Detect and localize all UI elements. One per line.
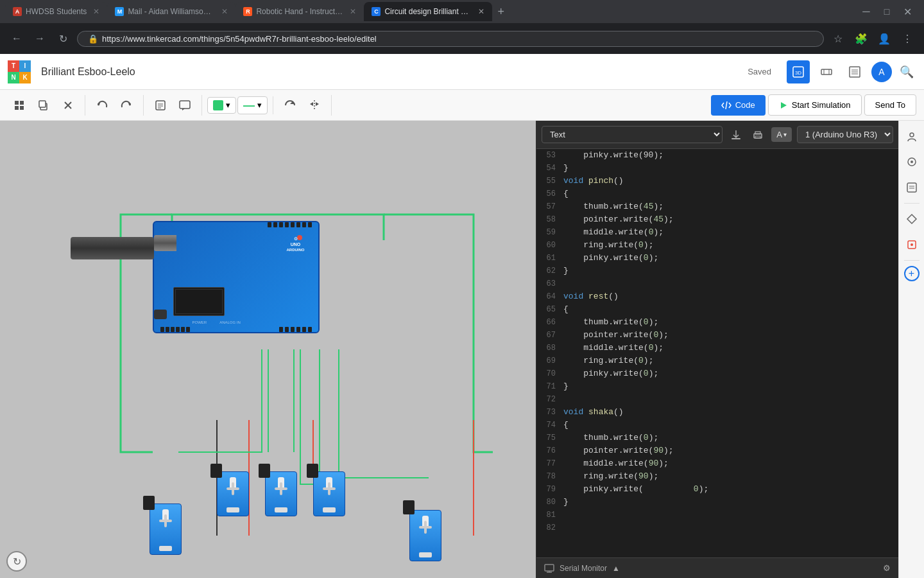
code-panel-toolbar: Text A ▾ 1 (Arduino Uno R3): [536, 121, 898, 149]
right-panel-btn-5[interactable]: [902, 234, 922, 255]
notes-button[interactable]: [149, 95, 172, 116]
component-select[interactable]: 1 (Arduino Uno R3): [797, 126, 893, 143]
tab-title-4: Circuit design Brilliant Esboo-Le...: [384, 7, 472, 16]
tab-favicon-1: A: [13, 7, 22, 16]
comment-button[interactable]: [173, 95, 196, 116]
address-bar[interactable]: 🔒 https://www.tinkercad.com/things/5n54p…: [77, 31, 824, 47]
schematic-view-button[interactable]: [815, 60, 838, 83]
code-line-63: 63: [536, 277, 898, 290]
rotate-canvas-button[interactable]: ↻: [6, 551, 27, 572]
right-panel-btn-4[interactable]: [902, 209, 922, 229]
tab-mail[interactable]: M Mail - Aidan Williamson - Outlo... ✕: [107, 2, 235, 21]
copy-button[interactable]: [32, 95, 55, 116]
new-tab-button[interactable]: +: [492, 5, 509, 19]
font-size-button[interactable]: A ▾: [771, 127, 792, 142]
add-component-button[interactable]: [8, 95, 31, 116]
code-editor: 53 pinky.write(90); 54 } 55 void pinch()…: [536, 149, 898, 557]
add-component-sidebar-button[interactable]: +: [904, 266, 920, 281]
svg-rect-14: [39, 101, 46, 107]
tab-instructables[interactable]: R Robotic Hand - Instructables ✕: [235, 2, 364, 21]
code-line-82: 82: [536, 521, 898, 534]
tab-close-2[interactable]: ✕: [221, 7, 228, 16]
code-line-64: 64 void rest(): [536, 290, 898, 303]
extensions-button[interactable]: 🧩: [852, 30, 870, 48]
serial-monitor-label: Serial Monitor: [560, 564, 607, 573]
redo-button[interactable]: [115, 95, 138, 116]
serial-settings-button[interactable]: ⚙: [883, 563, 891, 573]
servo-3: [313, 471, 345, 516]
circuit-wrapper: ⊙UNOARDUINO: [24, 163, 512, 536]
close-window-button[interactable]: ✕: [898, 3, 916, 21]
svg-text:3D: 3D: [795, 70, 801, 76]
svg-rect-10: [20, 101, 24, 105]
user-avatar[interactable]: A: [871, 62, 892, 82]
code-line-79: 79 pinky.write( 0);: [536, 483, 898, 496]
logo-i: I: [19, 60, 31, 72]
svg-rect-34: [755, 136, 760, 138]
download-button[interactable]: [728, 127, 744, 143]
logo-n: N: [8, 72, 19, 83]
code-line-53: 53 pinky.write(90);: [536, 149, 898, 162]
code-line-55: 55 void pinch(): [536, 175, 898, 188]
tab-title-2: Mail - Aidan Williamson - Outlo...: [128, 7, 215, 16]
print-button[interactable]: [749, 127, 766, 143]
browser-controls: ← → ↻ 🔒 https://www.tinkercad.com/things…: [0, 23, 924, 54]
tab-tinkercad[interactable]: C Circuit design Brilliant Esboo-Le... ✕: [364, 2, 492, 21]
servo-5: [409, 510, 441, 561]
code-line-81: 81: [536, 509, 898, 521]
svg-rect-9: [15, 101, 19, 105]
reload-button[interactable]: ↻: [54, 30, 72, 48]
right-panel-btn-2[interactable]: [902, 152, 922, 172]
tinkercad-logo[interactable]: T I N K: [8, 60, 31, 83]
code-line-54: 54 }: [536, 162, 898, 175]
canvas-area: ⊙UNOARDUINO: [0, 121, 536, 578]
bom-view-button[interactable]: [843, 60, 866, 83]
svg-point-40: [911, 161, 913, 163]
tab-close-1[interactable]: ✕: [93, 7, 99, 16]
svg-marker-24: [182, 109, 185, 110]
right-panel-btn-3[interactable]: [902, 177, 922, 198]
profile-button[interactable]: 👤: [875, 30, 893, 48]
code-line-71: 71 }: [536, 380, 898, 393]
code-line-74: 74 {: [536, 419, 898, 432]
back-button[interactable]: ←: [8, 30, 26, 48]
star-button[interactable]: ☆: [829, 30, 847, 48]
serial-monitor-toggle[interactable]: ▲: [612, 564, 620, 573]
start-simulation-button[interactable]: Start Simulation: [768, 94, 862, 116]
lock-icon: 🔒: [88, 34, 98, 44]
menu-button[interactable]: ⋮: [898, 30, 916, 48]
delete-button[interactable]: [56, 95, 80, 116]
undo-button[interactable]: [90, 95, 114, 116]
rotate-button[interactable]: [278, 95, 302, 116]
mirror-button[interactable]: [303, 95, 326, 116]
forward-button[interactable]: →: [31, 30, 49, 48]
logo-t: T: [8, 60, 19, 72]
maximize-button[interactable]: □: [878, 3, 896, 21]
view-select[interactable]: Text: [542, 126, 723, 143]
tab-bar: A HWDSB Students ✕ M Mail - Aidan Willia…: [0, 0, 924, 23]
svg-point-45: [911, 243, 913, 246]
chevron-down-icon-line: ▾: [257, 100, 262, 110]
svg-line-29: [726, 101, 727, 109]
svg-rect-2: [821, 69, 832, 74]
right-panel: +: [898, 121, 924, 578]
3d-view-button[interactable]: 3D: [787, 60, 810, 83]
tab-close-4[interactable]: ✕: [478, 7, 484, 16]
arduino-board: ⊙UNOARDUINO: [153, 221, 320, 333]
send-to-button[interactable]: Send To: [864, 94, 916, 116]
minimize-button[interactable]: ─: [857, 3, 875, 21]
serial-monitor-bar: Serial Monitor ▲ ⚙: [536, 557, 898, 578]
address-text: https://www.tinkercad.com/things/5n54pwd…: [102, 34, 377, 44]
tab-close-3[interactable]: ✕: [350, 7, 356, 16]
line-style-button[interactable]: — ▾: [237, 96, 268, 114]
tab-hwdsb[interactable]: A HWDSB Students ✕: [5, 2, 107, 21]
servo-2: [265, 471, 297, 516]
browser-chrome: A HWDSB Students ✕ M Mail - Aidan Willia…: [0, 0, 924, 54]
code-button[interactable]: Code: [711, 95, 766, 116]
app-container: T I N K Brilliant Esboo-Leelo Saved 3D A…: [0, 54, 924, 578]
right-panel-btn-1[interactable]: [902, 126, 922, 146]
color-picker-button[interactable]: ▾: [207, 97, 236, 114]
search-button[interactable]: 🔍: [897, 62, 916, 82]
svg-rect-35: [545, 565, 554, 571]
svg-marker-27: [310, 102, 313, 106]
